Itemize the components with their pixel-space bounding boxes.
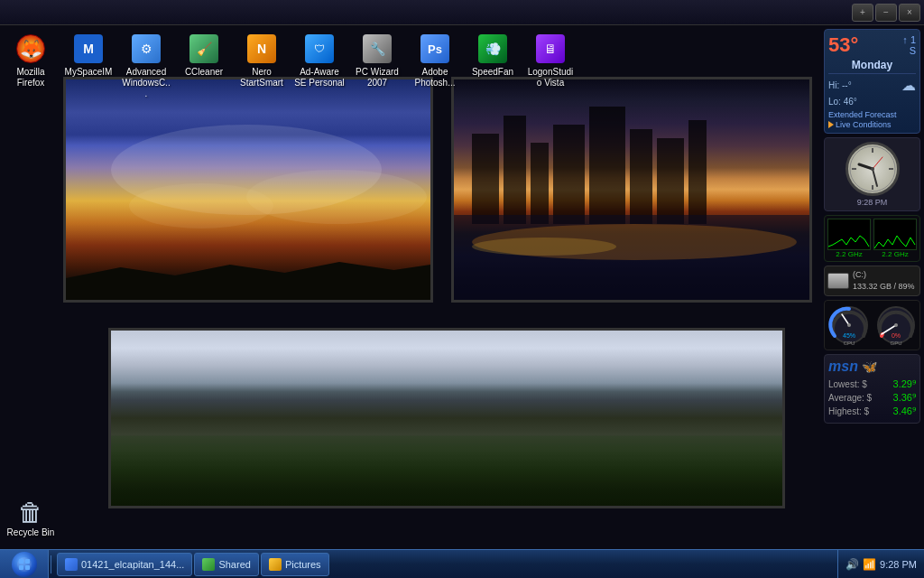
svg-point-1 — [246, 170, 427, 224]
tray-volume-icon[interactable]: 🔊 — [845, 558, 859, 571]
adobe-label: Adobe Photosh... — [410, 67, 460, 89]
weather-lo: Lo: 46° — [828, 96, 916, 108]
top-bar-controls: + − × — [852, 4, 924, 22]
topbar-close-button[interactable]: × — [899, 4, 920, 22]
recycle-bin-image: 🗑 — [18, 498, 43, 527]
msn-highest-row: Highest: $ 3.46⁹ — [828, 406, 916, 417]
extended-forecast-link[interactable]: Extended Forecast — [828, 110, 916, 119]
svg-rect-5 — [531, 143, 549, 224]
clock-widget: 9:28 PM — [824, 137, 920, 211]
svg-rect-6 — [553, 125, 585, 224]
widget-panel: 53° ↑ 1 S Monday Hi: --° ☁ Lo: 46° Exten… — [820, 25, 924, 549]
taskbar-item-shared[interactable]: Shared — [194, 553, 258, 576]
weather-hi: Hi: --° — [828, 79, 852, 92]
temperature-display: 53° — [828, 33, 858, 57]
taskbar-item-elcapitan-icon — [65, 558, 78, 571]
start-button[interactable] — [0, 550, 49, 579]
topbar-minus-button[interactable]: − — [875, 4, 897, 22]
svg-text:0%: 0% — [891, 332, 900, 339]
nero-icon: N — [247, 34, 276, 63]
top-bar: + − × — [0, 0, 924, 25]
msn-highest-label: Highest: $ — [828, 406, 869, 416]
svg-line-22 — [873, 157, 882, 169]
taskbar-item-elcapitan[interactable]: 01421_elcapitan_144... — [57, 553, 192, 576]
icon-pcwizard[interactable]: 🔧 PC Wizard 2007 — [350, 31, 404, 103]
ccleaner-label: CCleaner — [185, 67, 223, 78]
svg-text:45%: 45% — [842, 332, 855, 339]
advwin-label: Advanced WindowsC... — [121, 67, 171, 99]
tray-network-icon[interactable]: 📶 — [863, 558, 876, 571]
weather-details: Hi: --° ☁ Lo: 46° — [828, 76, 916, 108]
icon-myspaceim[interactable]: M MySpaceIM — [61, 31, 116, 103]
taskbar-items: 01421_elcapitan_144... Shared Pictures — [53, 550, 837, 578]
desktop-icons-row: 🦊 Mozilla Firefox M MySpaceIM ⚙ Advanced… — [0, 27, 581, 107]
msn-logo: msn — [828, 359, 858, 375]
adobe-icon: Ps — [420, 34, 449, 63]
icon-nero[interactable]: N Nero StartSmart — [235, 31, 289, 103]
advwin-icon: ⚙ — [132, 34, 161, 63]
svg-text:GPU: GPU — [890, 340, 901, 346]
myspaceim-icon: M — [74, 34, 103, 63]
svg-point-23 — [871, 167, 874, 171]
weather-cloud-icon: ☁ — [901, 76, 916, 96]
wind-display: ↑ 1 S — [902, 34, 916, 56]
svg-point-26 — [847, 323, 851, 327]
icon-advanced-windows[interactable]: ⚙ Advanced WindowsC... — [119, 31, 173, 103]
msn-lowest-value: 3.29⁹ — [893, 378, 916, 390]
taskbar-item-pictures[interactable]: Pictures — [261, 553, 329, 576]
svg-point-31 — [894, 323, 898, 327]
svg-rect-3 — [472, 134, 499, 224]
icon-adobe-photoshop[interactable]: Ps Adobe Photosh... — [408, 31, 462, 103]
ccleaner-icon: 🧹 — [189, 34, 218, 63]
photo-grass-field[interactable] — [108, 328, 785, 508]
cpu1-label: 2.2 GHz — [827, 250, 871, 258]
svg-rect-10 — [688, 120, 707, 224]
photo-sunset-sky[interactable] — [63, 77, 433, 303]
speedfan-icon: 💨 — [478, 34, 507, 63]
icon-mozilla-firefox[interactable]: 🦊 Mozilla Firefox — [4, 31, 58, 103]
svg-rect-4 — [504, 116, 526, 224]
svg-rect-38 — [25, 565, 30, 570]
msn-widget: msn 🦋 Lowest: $ 3.29⁹ Average: $ 3.36⁹ H… — [824, 354, 920, 424]
svg-line-21 — [873, 169, 877, 186]
recycle-bin-label: Recycle Bin — [7, 527, 55, 538]
firefox-icon: 🦊 — [16, 34, 45, 63]
live-conditions-arrow — [828, 121, 834, 128]
weather-widget: 53° ↑ 1 S Monday Hi: --° ☁ Lo: 46° Exten… — [824, 29, 920, 134]
drive-info: (C:) 133.32 GB / 89% — [853, 269, 915, 292]
taskbar-clock[interactable]: 9:28 PM — [880, 559, 917, 570]
logonstudio-label: LogonStudio Vista — [525, 67, 576, 89]
svg-rect-7 — [589, 107, 625, 224]
taskbar: 01421_elcapitan_144... Shared Pictures 🔊… — [0, 549, 924, 578]
topbar-plus-button[interactable]: + — [852, 4, 873, 22]
icon-speedfan[interactable]: 💨 SpeedFan — [466, 31, 520, 103]
icon-adaware[interactable]: 🛡 Ad-Aware SE Personal — [292, 31, 346, 103]
svg-line-20 — [859, 164, 873, 169]
speedfan-label: SpeedFan — [472, 67, 513, 78]
adaware-label: Ad-Aware SE Personal — [294, 67, 345, 89]
weather-top-row: 53° ↑ 1 S — [828, 33, 916, 57]
taskbar-item-elcapitan-label: 01421_elcapitan_144... — [81, 559, 184, 570]
msn-average-label: Average: $ — [828, 393, 872, 403]
live-conditions-link[interactable]: Live Conditions — [828, 120, 916, 129]
msn-average-value: 3.36⁹ — [893, 392, 916, 404]
photo-area — [63, 77, 816, 537]
forecast-link-label: Extended Forecast — [828, 110, 897, 119]
sunset-sky-image — [66, 79, 430, 300]
pcwizard-icon: 🔧 — [363, 34, 392, 63]
svg-rect-35 — [19, 559, 23, 564]
live-conditions-label: Live Conditions — [836, 120, 892, 129]
weather-hi-lo: Hi: --° ☁ — [828, 76, 916, 96]
svg-rect-8 — [630, 129, 652, 224]
taskbar-item-pictures-label: Pictures — [285, 559, 321, 570]
icon-ccleaner[interactable]: 🧹 CCleaner — [177, 31, 231, 103]
icon-logonstudio[interactable]: 🖥 LogonStudio Vista — [523, 31, 578, 103]
cpu-gauge: 45% CPU — [827, 303, 871, 347]
taskbar-item-shared-label: Shared — [218, 559, 250, 570]
msn-header: msn 🦋 — [828, 359, 916, 375]
msn-average-row: Average: $ 3.36⁹ — [828, 392, 916, 404]
svg-rect-37 — [19, 565, 23, 570]
recycle-bin-icon[interactable]: 🗑 Recycle Bin — [4, 494, 58, 542]
taskbar-tray: 🔊 📶 9:28 PM — [837, 550, 924, 578]
photo-city-night[interactable] — [451, 77, 812, 303]
